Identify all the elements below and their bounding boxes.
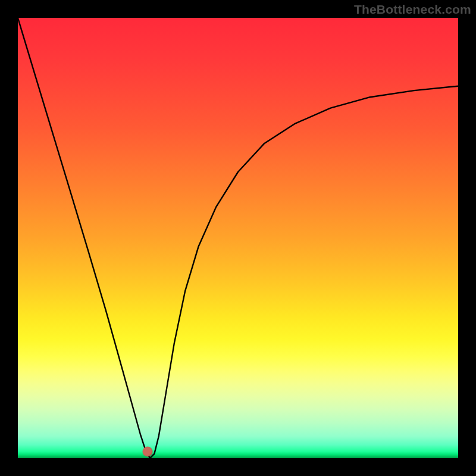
optimum-marker <box>143 446 153 456</box>
bottleneck-curve <box>18 18 458 458</box>
source-watermark: TheBottleneck.com <box>354 2 471 17</box>
chart-root: TheBottleneck.com <box>0 0 476 476</box>
plot-area <box>18 18 458 458</box>
